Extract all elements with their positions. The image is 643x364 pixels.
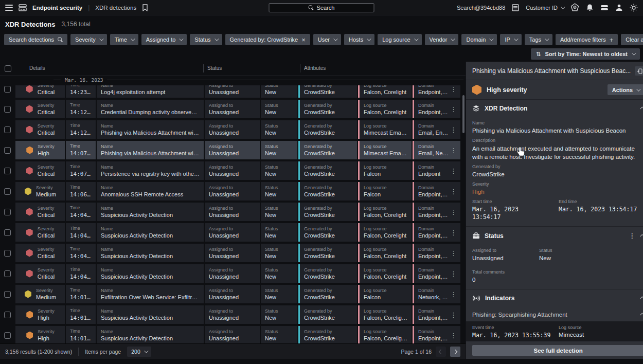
detection-row[interactable]: Severity Critical Time 14:04:15 Name Sus… <box>0 264 460 283</box>
sort-button[interactable]: ⇅ Sort by Time: Newest to oldest <box>531 48 640 60</box>
row-cell-c-asgn[interactable]: Assigned to Unassigned <box>205 264 260 283</box>
row-menu-icon[interactable]: ⋮ <box>449 311 458 319</box>
app-title[interactable]: Endpoint security <box>32 5 82 11</box>
row-cell-c-asgn[interactable]: Assigned to Unassigned <box>205 244 260 262</box>
row-menu-icon[interactable]: ⋮ <box>449 105 458 113</box>
console-list-icon[interactable] <box>512 4 519 11</box>
row-cell-domain[interactable]: Domain Endpoint, N... ⋮ <box>413 100 460 118</box>
row-checkbox[interactable] <box>4 168 11 174</box>
row-cell-c-log[interactable]: Log source Falcon <box>358 285 412 303</box>
row-cell-c-asgn[interactable]: Assigned to Unassigned <box>205 85 260 98</box>
filter-assigned-to[interactable]: Assigned to <box>141 34 187 45</box>
row-checkbox[interactable] <box>4 332 11 339</box>
collapse-section-icon[interactable] <box>640 296 643 300</box>
row-cell-c-name[interactable]: Name Suspicious Activity Detection <box>97 244 204 262</box>
row-cell-c-stat[interactable]: Status New <box>261 85 297 98</box>
row-cell-c-name[interactable]: Name Anomalous SSH Remote Access <box>97 182 204 201</box>
filter-tags[interactable]: Tags <box>525 34 552 45</box>
filter-log-source[interactable]: Log source <box>378 34 421 45</box>
clear-all-chip[interactable]: Clear all <box>621 34 643 45</box>
row-cell-c-name[interactable]: Name Exfiltration Over Web Service: Exfi… <box>97 285 204 303</box>
row-cell-c-asgn[interactable]: Assigned to Unassigned <box>205 285 260 303</box>
expand-panel-icon[interactable] <box>635 66 643 76</box>
row-cell-severity[interactable]: Severity Critical <box>15 223 65 242</box>
row-cell-c-stat[interactable]: Status New <box>261 120 297 139</box>
row-menu-icon[interactable]: ⋮ <box>449 229 458 236</box>
row-cell-c-log[interactable]: Log source Falcon, Corelight <box>358 100 412 118</box>
row-checkbox[interactable] <box>4 291 11 298</box>
detection-row[interactable]: Severity High Time 14:01:25 Name Suspici… <box>0 305 460 324</box>
row-cell-c-gen[interactable]: Generated by CrowdStrike <box>298 141 357 159</box>
detection-row[interactable]: Severity Medium Time 14:06:51 Name Anoma… <box>0 182 460 201</box>
row-cell-c-gen[interactable]: Generated by CrowdStrike <box>298 223 357 242</box>
search-scope-label[interactable]: Search@394cbd88 <box>457 5 505 11</box>
search-detections-chip[interactable]: Search detections <box>4 34 67 45</box>
row-cell-c-name[interactable]: Name Suspicious Activity Detection <box>97 203 204 221</box>
row-checkbox[interactable] <box>4 86 11 93</box>
row-cell-domain[interactable]: Domain Email, Endp... ⋮ <box>413 120 460 139</box>
row-cell-c-gen[interactable]: Generated by CrowdStrike <box>298 203 357 221</box>
row-menu-icon[interactable]: ⋮ <box>449 167 458 175</box>
row-checkbox[interactable] <box>4 250 11 257</box>
row-cell-c-gen[interactable]: Generated by CrowdStrike <box>298 264 357 283</box>
messages-icon[interactable] <box>600 4 609 11</box>
see-full-detection-button[interactable]: See full detection <box>472 345 643 356</box>
indicator-item[interactable]: Phishing: Spearphishing Attachment <box>466 307 643 321</box>
row-cell-severity[interactable]: Severity Critical <box>15 161 65 180</box>
row-cell-c-stat[interactable]: Status New <box>261 203 297 221</box>
row-checkbox[interactable] <box>4 126 11 133</box>
row-cell-c-name[interactable]: Name Phishing via Malicious Attachment w… <box>97 120 204 139</box>
row-cell-c-gen[interactable]: Generated by CrowdStrike <box>298 326 357 343</box>
row-checkbox[interactable] <box>4 270 11 277</box>
row-cell-domain[interactable]: Domain Endpoint, W... ⋮ <box>413 85 460 98</box>
filter-hosts[interactable]: Hosts <box>344 34 374 45</box>
row-cell-c-time[interactable]: Time 14:12:20 <box>66 120 96 139</box>
filter-vendor[interactable]: Vendor <box>425 34 459 45</box>
row-cell-c-stat[interactable]: Status New <box>261 161 297 180</box>
row-cell-c-log[interactable]: Log source Falcon <box>358 182 412 201</box>
row-cell-c-stat[interactable]: Status New <box>261 285 297 303</box>
row-cell-domain[interactable]: Domain Endpoint, W... ⋮ <box>413 203 460 221</box>
row-cell-severity[interactable]: Severity Critical <box>15 120 65 139</box>
row-cell-domain[interactable]: Domain Endpoint, N... ⋮ <box>413 182 460 201</box>
detection-row[interactable]: Severity Medium Time 14:01:55 Name Exfil… <box>0 285 460 303</box>
menu-icon[interactable] <box>5 5 13 11</box>
row-cell-c-name[interactable]: Name Persistence via registry key with o… <box>97 161 204 180</box>
row-cell-c-stat[interactable]: Status New <box>261 326 297 343</box>
row-cell-domain[interactable]: Domain Endpoint ⋮ <box>413 161 460 180</box>
falcon-badge-icon[interactable] <box>570 3 579 12</box>
row-cell-c-stat[interactable]: Status New <box>261 223 297 242</box>
row-cell-c-time[interactable]: Time 14:01:24 <box>66 326 96 343</box>
detection-row[interactable]: Severity Critical Time 14:23:50 Name Log… <box>0 85 460 98</box>
row-cell-c-log[interactable]: Log source Falcon, Corelight <box>358 223 412 242</box>
row-cell-c-asgn[interactable]: Assigned to Unassigned <box>205 141 260 159</box>
row-cell-c-gen[interactable]: Generated by CrowdStrike <box>298 161 357 180</box>
detection-row[interactable]: Severity High Time 14:07:21 Name Phishin… <box>0 141 460 159</box>
row-cell-severity[interactable]: Severity High <box>15 141 65 159</box>
row-cell-severity[interactable]: Severity Critical <box>15 264 65 283</box>
row-cell-c-log[interactable]: Log source Falcon, Corelight, E... <box>358 326 412 343</box>
actions-button[interactable]: Actions <box>608 84 643 95</box>
row-checkbox[interactable] <box>4 147 11 154</box>
detection-row[interactable]: Severity Critical Time 14:04:16 Name Sus… <box>0 203 460 221</box>
row-cell-domain[interactable]: Domain Endpoint, N... ⋮ <box>413 326 460 343</box>
row-cell-c-time[interactable]: Time 14:12:41 <box>66 100 96 118</box>
row-cell-c-gen[interactable]: Generated by CrowdStrike <box>298 244 357 262</box>
row-menu-icon[interactable]: ⋮ <box>449 270 458 278</box>
remove-filter-icon[interactable]: × <box>301 36 306 44</box>
customer-id-menu[interactable]: Customer ID <box>526 5 564 11</box>
detection-row[interactable]: Severity Critical Time 14:12:41 Name Cre… <box>0 100 460 118</box>
row-cell-c-asgn[interactable]: Assigned to Unassigned <box>205 305 260 324</box>
row-cell-severity[interactable]: Severity High <box>15 326 65 343</box>
row-cell-c-asgn[interactable]: Assigned to Unassigned <box>205 161 260 180</box>
notifications-icon[interactable] <box>586 4 594 12</box>
row-menu-icon[interactable]: ⋮ <box>449 332 458 339</box>
row-cell-c-time[interactable]: Time 14:04:16 <box>66 203 96 221</box>
row-cell-c-log[interactable]: Log source Falcon, Corelight <box>358 85 412 98</box>
row-cell-c-log[interactable]: Log source Falcon, Corelight <box>358 244 412 262</box>
row-cell-c-log[interactable]: Log source Mimecast Email Se... <box>358 141 412 159</box>
row-cell-severity[interactable]: Severity Medium <box>15 285 65 303</box>
row-cell-domain[interactable]: Domain Endpoint, W... ⋮ <box>413 223 460 242</box>
row-cell-c-stat[interactable]: Status New <box>261 264 297 283</box>
collapse-section-icon[interactable] <box>640 106 643 111</box>
